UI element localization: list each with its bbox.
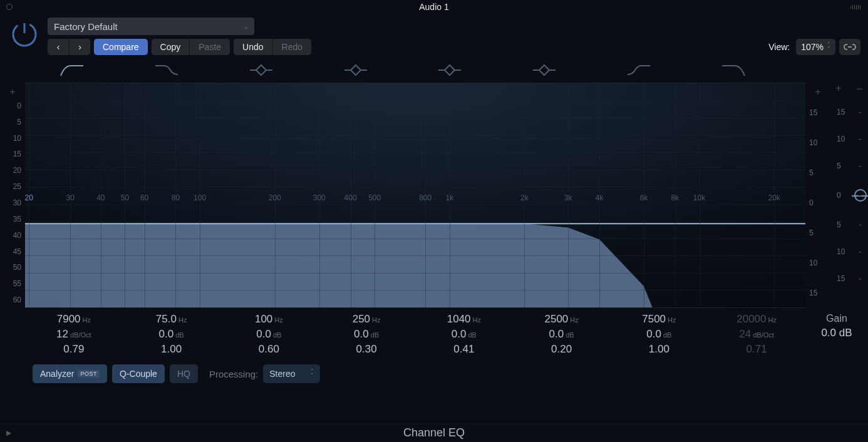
analyzer-mode-badge: POST <box>78 370 100 378</box>
left-scale-tick: 45 <box>0 244 25 260</box>
band-type-button-1[interactable] <box>25 58 120 83</box>
band-params-1[interactable]: 7900Hz12dB/Oct0.79 <box>25 313 123 356</box>
gain-scale-minus-icon: - <box>859 160 862 172</box>
processing-select[interactable]: Stereo ˄˅ <box>263 364 319 383</box>
scale-plus-icon[interactable]: + <box>0 86 25 98</box>
band-type-button-8[interactable] <box>686 58 780 83</box>
eq-graph[interactable]: 2030405060801002003004005008001k2k3k4k6k… <box>25 83 805 308</box>
disclosure-triangle-icon[interactable]: ▶ <box>6 429 11 437</box>
right-db-scale: + 15105051015 <box>805 83 830 308</box>
gain-scale-tick: 5 <box>837 162 841 170</box>
gain-scale-tick: 15 <box>837 274 845 283</box>
left-scale-tick: 15 <box>0 146 25 163</box>
stepper-arrows-icon: ˄˅ <box>827 43 830 51</box>
undo-button[interactable]: Undo <box>234 39 272 55</box>
freq-axis-label: 800 <box>419 193 431 202</box>
left-scale-tick: 55 <box>0 275 25 292</box>
freq-axis-label: 20k <box>768 193 780 202</box>
left-scale-tick: 35 <box>0 211 25 227</box>
paste-button[interactable]: Paste <box>189 39 230 55</box>
traffic-light-placeholder <box>6 4 13 10</box>
freq-axis-label: 80 <box>172 193 180 202</box>
freq-axis-label: 50 <box>121 193 129 202</box>
q-couple-toggle[interactable]: Q-Couple <box>112 364 165 383</box>
band-params-8[interactable]: 20000Hz24dB/Oct0.71 <box>708 313 805 356</box>
plugin-header: Factory Default ⌵ ‹ › Compare Copy Paste… <box>0 14 868 58</box>
band-type-row <box>0 58 868 83</box>
gain-scale-tick: 15 <box>837 108 845 116</box>
plugin-window: Audio 1 Factory Default ⌵ ‹ › Compare Co… <box>0 0 868 442</box>
right-scale-tick: 10 <box>805 128 830 158</box>
band-params-4[interactable]: 250Hz0.0dB0.30 <box>318 313 415 356</box>
master-gain-scale: + − 15-10-5-0-5-10-15- <box>830 83 868 308</box>
redo-button[interactable]: Redo <box>272 39 311 55</box>
power-button[interactable] <box>8 18 41 51</box>
band-type-button-6[interactable] <box>497 58 592 83</box>
eq-main: + 051015202530354045505560 2030405060801… <box>0 58 868 423</box>
gain-scale-minus-icon: - <box>859 106 862 118</box>
left-scale-tick: 60 <box>0 292 25 308</box>
gain-scale-minus-icon: - <box>859 246 862 257</box>
preset-select[interactable]: Factory Default ⌵ <box>48 18 254 35</box>
analyzer-toggle[interactable]: Analyzer POST <box>33 364 107 383</box>
gain-scale-minus-icon: - <box>859 133 862 145</box>
freq-axis-label: 20 <box>25 193 33 202</box>
footer-controls: Analyzer POST Q-Couple HQ Processing: St… <box>0 358 868 389</box>
left-scale-tick: 25 <box>0 178 25 195</box>
right-scale-tick: 5 <box>805 158 830 188</box>
graph-row: + 051015202530354045505560 2030405060801… <box>0 83 868 308</box>
freq-axis-label: 8k <box>671 193 679 202</box>
preset-prev-button[interactable]: ‹ <box>48 39 69 55</box>
left-scale-tick: 30 <box>0 195 25 211</box>
freq-axis-label: 400 <box>344 193 357 202</box>
scale-plus-icon[interactable]: + <box>805 86 830 98</box>
hq-toggle[interactable]: HQ <box>170 364 198 383</box>
freq-axis-label: 500 <box>368 193 381 202</box>
left-scale-tick: 40 <box>0 227 25 244</box>
band-type-button-5[interactable] <box>403 58 497 83</box>
freq-axis-label: 300 <box>313 193 326 202</box>
preset-next-button[interactable]: › <box>69 39 90 55</box>
freq-axis-label: 4k <box>596 193 604 202</box>
band-params-2[interactable]: 75.0Hz0.0dB1.00 <box>123 313 220 356</box>
view-label: View: <box>768 42 790 52</box>
band-params-6[interactable]: 2500Hz0.0dB0.20 <box>513 313 611 356</box>
chevron-down-icon: ⌵ <box>244 23 248 30</box>
gain-minus-icon[interactable]: − <box>856 83 863 96</box>
band-type-button-2[interactable] <box>120 58 214 83</box>
plugin-footer: ▶ Channel EQ <box>0 423 868 442</box>
left-scale-tick: 50 <box>0 259 25 275</box>
link-button[interactable] <box>839 39 860 55</box>
window-title: Audio 1 <box>419 2 448 12</box>
gain-scale-tick: 10 <box>837 135 845 143</box>
compare-button[interactable]: Compare <box>94 39 148 55</box>
gain-plus-icon[interactable]: + <box>835 83 841 94</box>
gain-scale-minus-icon: - <box>859 190 862 201</box>
gain-scale-tick: 10 <box>837 247 845 256</box>
band-params-5[interactable]: 1040Hz0.0dB0.41 <box>415 313 513 356</box>
left-scale-tick: 5 <box>0 114 25 130</box>
freq-axis-label: 1k <box>445 193 453 202</box>
preset-name: Factory Default <box>54 21 118 32</box>
left-scale-tick: 0 <box>0 98 25 114</box>
band-params-row: 7900Hz12dB/Oct0.7975.0Hz0.0dB1.00100Hz0.… <box>0 308 868 358</box>
band-type-button-4[interactable] <box>308 58 403 83</box>
band-type-button-7[interactable] <box>592 58 686 83</box>
band-type-button-3[interactable] <box>214 58 309 83</box>
master-gain-readout[interactable]: Gain0.0 dB <box>805 313 868 356</box>
right-scale-tick: 5 <box>805 218 830 248</box>
gain-scale-minus-icon: - <box>859 219 862 230</box>
band-params-3[interactable]: 100Hz0.0dB0.60 <box>220 313 318 356</box>
copy-button[interactable]: Copy <box>152 39 190 55</box>
gain-scale-tick: 5 <box>837 220 841 229</box>
freq-axis-label: 10k <box>693 193 705 202</box>
band-params-7[interactable]: 7500Hz0.0dB1.00 <box>611 313 708 356</box>
processing-label: Processing: <box>209 369 258 379</box>
freq-axis-label: 2k <box>520 193 529 202</box>
window-grip-icon <box>850 5 862 9</box>
freq-axis-label: 60 <box>140 193 148 202</box>
left-scale-tick: 20 <box>0 162 25 178</box>
freq-axis-label: 6k <box>640 193 648 202</box>
freq-axis-label: 3k <box>564 193 572 202</box>
view-zoom-stepper[interactable]: 107% ˄˅ <box>796 39 835 55</box>
